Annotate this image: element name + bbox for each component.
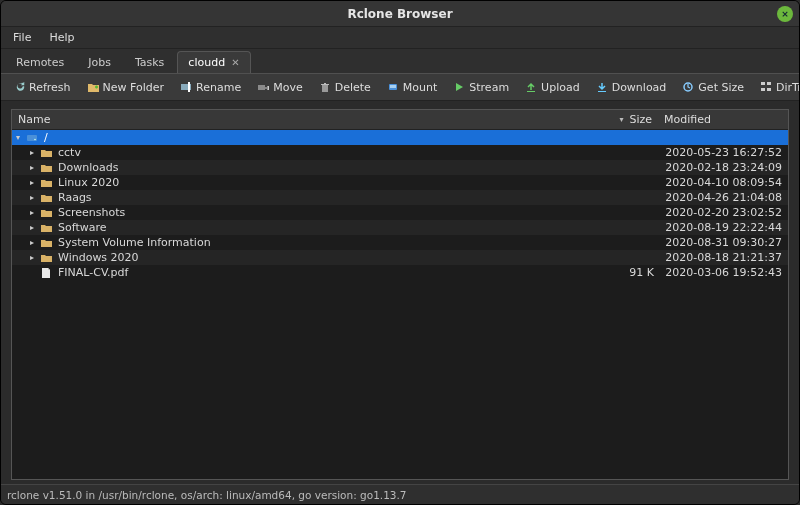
refresh-button[interactable]: Refresh: [7, 78, 77, 97]
column-size[interactable]: Size: [608, 113, 658, 126]
row-size: 91 K: [608, 265, 658, 280]
chevron-right-icon[interactable]: ▸: [26, 175, 38, 190]
rename-button[interactable]: Rename: [174, 78, 247, 97]
button-label: Move: [273, 81, 303, 94]
button-label: Refresh: [29, 81, 71, 94]
tab-label: Jobs: [88, 56, 111, 69]
tab-tasks[interactable]: Tasks: [124, 51, 175, 73]
row-modified: 2020-04-10 08:09:54: [658, 175, 788, 190]
row-modified: 2020-02-18 23:24:09: [658, 160, 788, 175]
row-modified: 2020-05-23 16:27:52: [658, 145, 788, 160]
get-size-button[interactable]: Get Size: [676, 78, 750, 97]
tabstrip: Remotes Jobs Tasks cloudd ✕: [1, 49, 799, 73]
new-folder-icon: [87, 81, 99, 93]
table-row[interactable]: ▸Linux 20202020-04-10 08:09:54: [12, 175, 788, 190]
new-folder-button[interactable]: New Folder: [81, 78, 170, 97]
upload-icon: [525, 81, 537, 93]
table-row[interactable]: ▸Downloads2020-02-18 23:24:09: [12, 160, 788, 175]
folder-icon: [38, 222, 54, 234]
button-label: New Folder: [103, 81, 164, 94]
file-icon: [38, 267, 54, 279]
status-text: rclone v1.51.0 in /usr/bin/rclone, os/ar…: [7, 489, 407, 501]
button-label: DirTree: [776, 81, 800, 94]
row-modified: 2020-08-18 21:21:37: [658, 250, 788, 265]
menubar: File Help: [1, 27, 799, 49]
button-label: Stream: [469, 81, 509, 94]
folder-icon: [38, 207, 54, 219]
tab-label: cloudd: [188, 56, 225, 69]
column-name[interactable]: Name: [12, 113, 608, 126]
table-row[interactable]: ▸Software2020-08-19 22:22:44: [12, 220, 788, 235]
tab-remotes[interactable]: Remotes: [5, 51, 75, 73]
tab-label: Tasks: [135, 56, 164, 69]
chevron-right-icon[interactable]: ▸: [26, 190, 38, 205]
table-row[interactable]: FINAL-CV.pdf91 K2020-03-06 19:52:43: [12, 265, 788, 280]
chevron-right-icon[interactable]: ▸: [26, 205, 38, 220]
chevron-right-icon[interactable]: ▸: [26, 220, 38, 235]
menu-help[interactable]: Help: [41, 28, 82, 47]
table-row[interactable]: ▸Windows 20202020-08-18 21:21:37: [12, 250, 788, 265]
folder-icon: [38, 237, 54, 249]
rename-icon: [180, 81, 192, 93]
row-name: cctv: [54, 145, 608, 160]
close-icon[interactable]: ×: [777, 6, 793, 22]
folder-icon: [38, 177, 54, 189]
tab-jobs[interactable]: Jobs: [77, 51, 122, 73]
chevron-right-icon[interactable]: ▸: [26, 235, 38, 250]
button-label: Download: [612, 81, 667, 94]
folder-icon: [38, 252, 54, 264]
delete-button[interactable]: Delete: [313, 78, 377, 97]
move-button[interactable]: Move: [251, 78, 309, 97]
column-label: Size: [629, 113, 652, 126]
column-header: Name Size Modified: [12, 110, 788, 130]
chevron-right-icon[interactable]: ▸: [26, 145, 38, 160]
app-window: Rclone Browser × File Help Remotes Jobs …: [0, 0, 800, 505]
folder-icon: [38, 162, 54, 174]
statusbar: rclone v1.51.0 in /usr/bin/rclone, os/ar…: [1, 484, 799, 504]
drive-icon: [24, 132, 40, 144]
mount-button[interactable]: Mount: [381, 78, 443, 97]
move-icon: [257, 81, 269, 93]
upload-button[interactable]: Upload: [519, 78, 586, 97]
menu-file[interactable]: File: [5, 28, 39, 47]
tab-cloudd[interactable]: cloudd ✕: [177, 51, 250, 73]
content-area: Name Size Modified ▾/▸cctv2020-05-23 16:…: [1, 101, 799, 484]
row-name: Windows 2020: [54, 250, 608, 265]
button-label: Get Size: [698, 81, 744, 94]
window-title: Rclone Browser: [347, 7, 452, 21]
titlebar: Rclone Browser ×: [1, 1, 799, 27]
button-label: Delete: [335, 81, 371, 94]
chevron-down-icon[interactable]: ▾: [12, 130, 24, 145]
dir-tree-button[interactable]: DirTree: [754, 78, 800, 97]
folder-icon: [38, 192, 54, 204]
table-row-root[interactable]: ▾/: [12, 130, 788, 145]
column-modified[interactable]: Modified: [658, 113, 788, 126]
button-label: Rename: [196, 81, 241, 94]
row-modified: 2020-02-20 23:02:52: [658, 205, 788, 220]
row-modified: 2020-03-06 19:52:43: [658, 265, 788, 280]
table-row[interactable]: ▸System Volume Information2020-08-31 09:…: [12, 235, 788, 250]
row-modified: 2020-04-26 21:04:08: [658, 190, 788, 205]
row-name: Screenshots: [54, 205, 608, 220]
row-name: Software: [54, 220, 608, 235]
chevron-right-icon[interactable]: ▸: [26, 160, 38, 175]
chevron-right-icon[interactable]: ▸: [26, 250, 38, 265]
row-name: Raags: [54, 190, 608, 205]
stream-button[interactable]: Stream: [447, 78, 515, 97]
button-label: Upload: [541, 81, 580, 94]
stream-icon: [453, 81, 465, 93]
row-name: Linux 2020: [54, 175, 608, 190]
mount-icon: [387, 81, 399, 93]
row-name: System Volume Information: [54, 235, 608, 250]
folder-icon: [38, 147, 54, 159]
table-row[interactable]: ▸Raags2020-04-26 21:04:08: [12, 190, 788, 205]
download-icon: [596, 81, 608, 93]
file-listing[interactable]: ▾/▸cctv2020-05-23 16:27:52▸Downloads2020…: [12, 130, 788, 479]
table-row[interactable]: ▸Screenshots2020-02-20 23:02:52: [12, 205, 788, 220]
row-name: Downloads: [54, 160, 608, 175]
close-tab-icon[interactable]: ✕: [231, 57, 239, 68]
table-row[interactable]: ▸cctv2020-05-23 16:27:52: [12, 145, 788, 160]
dir-tree-icon: [760, 81, 772, 93]
button-label: Mount: [403, 81, 437, 94]
download-button[interactable]: Download: [590, 78, 673, 97]
